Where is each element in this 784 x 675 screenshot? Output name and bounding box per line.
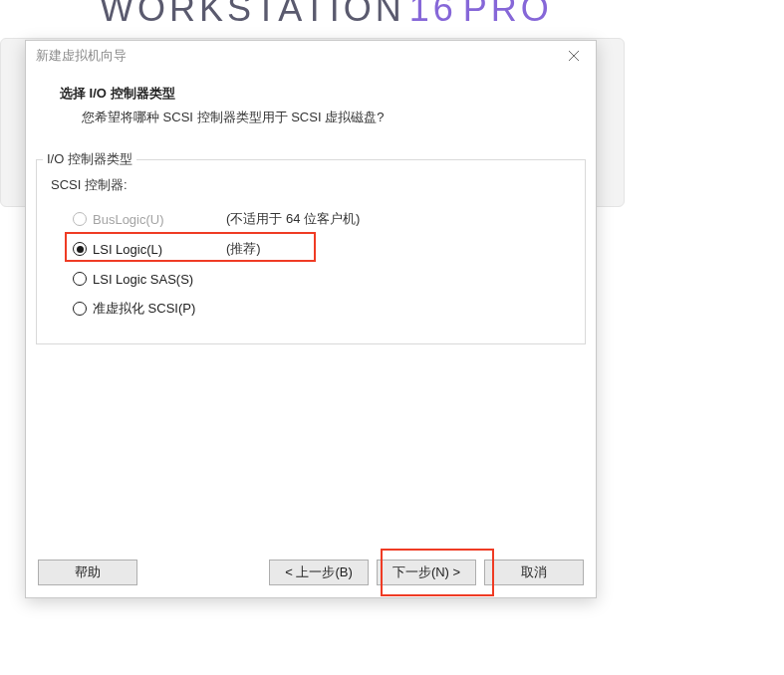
wizard-button-bar: 帮助 < 上一步(B) 下一步(N) > 取消: [26, 549, 596, 597]
dialog-title: 新建虚拟机向导: [36, 47, 127, 65]
help-button[interactable]: 帮助: [38, 560, 137, 585]
next-button[interactable]: 下一步(N) >: [377, 560, 476, 585]
radio-lsilogic-sas[interactable]: LSI Logic SAS(S): [51, 264, 571, 294]
close-icon: [568, 50, 580, 62]
radio-label: 准虚拟化 SCSI(P): [93, 300, 204, 318]
radio-buslogic: BusLogic(U) (不适用于 64 位客户机): [51, 204, 571, 234]
wizard-subheading: 您希望将哪种 SCSI 控制器类型用于 SCSI 虚拟磁盘?: [82, 109, 576, 126]
wizard-heading: 选择 I/O 控制器类型: [60, 85, 576, 103]
close-button[interactable]: [560, 45, 588, 67]
radio-note: (不适用于 64 位客户机): [226, 210, 360, 228]
radio-icon: [73, 302, 87, 316]
group-legend: I/O 控制器类型: [43, 150, 136, 168]
wizard-content: I/O 控制器类型 SCSI 控制器: BusLogic(U) (不适用于 64…: [26, 145, 596, 549]
wizard-header: 选择 I/O 控制器类型 您希望将哪种 SCSI 控制器类型用于 SCSI 虚拟…: [26, 71, 596, 145]
io-controller-group: I/O 控制器类型 SCSI 控制器: BusLogic(U) (不适用于 64…: [36, 159, 586, 344]
radio-paravirtual[interactable]: 准虚拟化 SCSI(P): [51, 294, 571, 324]
radio-label: LSI Logic SAS(S): [93, 272, 204, 287]
radio-note: (推荐): [226, 240, 261, 258]
radio-icon: [73, 242, 87, 256]
radio-label: LSI Logic(L): [93, 242, 204, 257]
radio-label: BusLogic(U): [93, 212, 204, 227]
brand-logo: WORKSTATION16PRO: [100, 0, 553, 30]
dialog-titlebar: 新建虚拟机向导: [26, 41, 596, 71]
radio-lsilogic[interactable]: LSI Logic(L) (推荐): [51, 234, 571, 264]
wizard-dialog: 新建虚拟机向导 选择 I/O 控制器类型 您希望将哪种 SCSI 控制器类型用于…: [25, 40, 597, 598]
back-button[interactable]: < 上一步(B): [269, 560, 369, 585]
scsi-controller-label: SCSI 控制器:: [51, 176, 571, 194]
radio-icon: [73, 272, 87, 286]
cancel-button[interactable]: 取消: [484, 560, 584, 585]
radio-icon: [73, 212, 87, 226]
